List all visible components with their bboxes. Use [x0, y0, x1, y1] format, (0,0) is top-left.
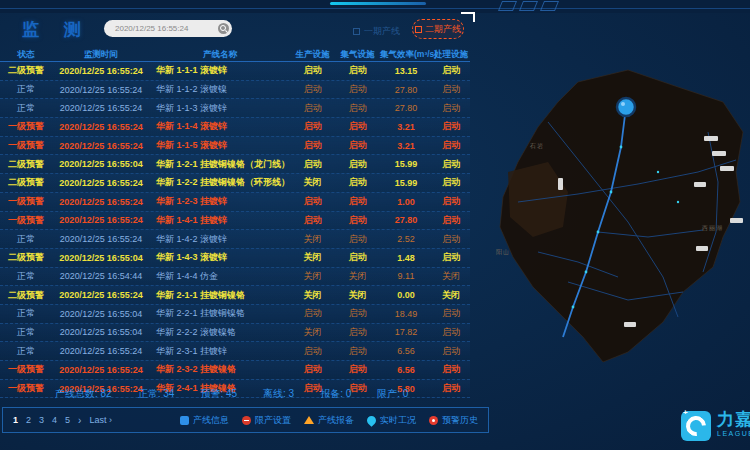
cell-gas: 启动 — [335, 251, 380, 264]
cell-time: 2020/12/25 16:55:24 — [52, 66, 150, 76]
legend-button-report-triangle[interactable]: 产线报备 — [304, 414, 354, 427]
table-row[interactable]: 二级预警2020/12/25 16:55:24华新 1-1-1 滚镀锌启动启动1… — [0, 62, 470, 81]
cell-prod: 关闭 — [290, 176, 335, 189]
cell-gas: 启动 — [335, 158, 380, 171]
cell-treat: 启动 — [432, 195, 470, 208]
table-row[interactable]: 一级预警2020/12/25 16:55:24华新 1-1-5 滚镀锌启动启动3… — [0, 137, 470, 156]
cell-eff: 1.00 — [380, 197, 432, 207]
cell-time: 2020/12/25 16:54:44 — [52, 271, 150, 281]
page-button[interactable]: 4 — [52, 415, 57, 425]
table-row[interactable]: 一级预警2020/12/25 16:55:24华新 1-2-3 挂镀锌启动启动1… — [0, 193, 470, 212]
next-page-button[interactable]: › — [78, 415, 81, 426]
column-header: 集气效率(m³/s) — [380, 49, 432, 61]
legend-buttons: 产线信息限产设置产线报备实时工况预警历史 — [180, 414, 478, 427]
page-button[interactable]: 1 — [13, 415, 18, 425]
cell-gas: 启动 — [335, 233, 380, 246]
checkbox-icon[interactable] — [353, 28, 360, 35]
cell-time: 2020/12/25 16:55:24 — [52, 365, 150, 375]
cell-time: 2020/12/25 16:55:24 — [52, 122, 150, 132]
legend-button-alarm-history[interactable]: 预警历史 — [429, 414, 478, 427]
table-row[interactable]: 正常2020/12/25 16:54:44华新 1-4-4 仿金关闭关闭9.11… — [0, 268, 470, 287]
cell-prod: 启动 — [290, 158, 335, 171]
column-header: 生产设施 — [290, 49, 335, 61]
cell-treat: 启动 — [432, 120, 470, 133]
cell-name: 华新 1-2-2 挂镀铜镍铬（环形线） — [150, 176, 290, 189]
cell-name: 华新 2-3-2 挂镀镍铬 — [150, 363, 290, 376]
phase1-checkbox[interactable]: 一期产线 — [353, 25, 400, 38]
cell-treat: 启动 — [432, 176, 470, 189]
cell-time: 2020/12/25 16:55:24 — [52, 346, 150, 356]
cell-name: 华新 1-1-4 滚镀锌 — [150, 120, 290, 133]
cell-gas: 启动 — [335, 64, 380, 77]
search-box[interactable] — [104, 20, 232, 37]
cell-status: 二级预警 — [0, 158, 52, 171]
cell-status: 正常 — [0, 233, 52, 246]
search-input[interactable] — [113, 23, 218, 34]
phase2-label: 二期产线 — [425, 23, 461, 36]
table-row[interactable]: 正常2020/12/25 16:55:04华新 2-2-1 挂镀铜镍铬启动启动1… — [0, 305, 470, 324]
page-button[interactable]: 5 — [65, 415, 70, 425]
cell-status: 一级预警 — [0, 363, 52, 376]
cell-prod: 启动 — [290, 83, 335, 96]
cell-name: 华新 1-4-4 仿金 — [150, 270, 290, 283]
legend-button-live-status[interactable]: 实时工况 — [367, 414, 416, 427]
logo-en-text: LEAGUE TECH — [717, 430, 750, 437]
search-icon[interactable] — [218, 23, 229, 34]
table-row[interactable]: 二级预警2020/12/25 16:55:24华新 2-1-1 挂镀铜镍铬关闭关… — [0, 286, 470, 305]
table-row[interactable]: 正常2020/12/25 16:55:24华新 1-1-3 滚镀锌启动启动27.… — [0, 99, 470, 118]
legend-button-info-square[interactable]: 产线信息 — [180, 414, 229, 427]
table-row[interactable]: 正常2020/12/25 16:55:24华新 2-3-1 挂镀锌启动启动6.5… — [0, 342, 470, 361]
cell-time: 2020/12/25 16:55:04 — [52, 309, 150, 319]
legend-label: 产线报备 — [318, 414, 354, 427]
cell-name: 华新 1-4-3 滚镀锌 — [150, 251, 290, 264]
cell-treat: 启动 — [432, 233, 470, 246]
stat-item: 产线总数: 82 — [55, 387, 112, 401]
cell-eff: 27.80 — [380, 85, 432, 95]
table-row[interactable]: 二级预警2020/12/25 16:55:24华新 1-2-2 挂镀铜镍铬（环形… — [0, 174, 470, 193]
table-row[interactable]: 一级预警2020/12/25 16:55:24华新 1-4-1 挂镀锌启动启动2… — [0, 212, 470, 231]
table-row[interactable]: 二级预警2020/12/25 16:55:04华新 1-2-1 挂镀铜镍铬（龙门… — [0, 155, 470, 174]
cell-eff: 3.21 — [380, 122, 432, 132]
table-row[interactable]: 正常2020/12/25 16:55:24华新 1-1-2 滚镀镍启动启动27.… — [0, 81, 470, 100]
legend-button-limit-circle[interactable]: 限产设置 — [242, 414, 291, 427]
cell-treat: 启动 — [432, 326, 470, 339]
cell-gas: 启动 — [335, 195, 380, 208]
cell-time: 2020/12/25 16:55:24 — [52, 141, 150, 151]
table-row[interactable]: 二级预警2020/12/25 16:55:04华新 1-4-3 滚镀锌关闭启动1… — [0, 249, 470, 268]
cell-eff: 27.80 — [380, 103, 432, 113]
table-row[interactable]: 一级预警2020/12/25 16:55:24华新 2-3-2 挂镀镍铬启动启动… — [0, 361, 470, 380]
cell-name: 华新 1-1-5 滚镀锌 — [150, 139, 290, 152]
table-row[interactable]: 正常2020/12/25 16:55:04华新 2-2-2 滚镀镍铬关闭启动17… — [0, 324, 470, 343]
logo-cn-text: 力嘉科技 — [717, 411, 750, 428]
cell-treat: 启动 — [432, 214, 470, 227]
cell-name: 华新 1-2-1 挂镀铜镍铬（龙门线） — [150, 158, 290, 171]
cell-eff: 3.21 — [380, 141, 432, 151]
last-page-button[interactable]: Last › — [89, 415, 112, 425]
page-button[interactable]: 2 — [26, 415, 31, 425]
phase1-label: 一期产线 — [364, 25, 400, 38]
page-button[interactable]: 3 — [39, 415, 44, 425]
cell-status: 正常 — [0, 83, 52, 96]
table-row[interactable]: 一级预警2020/12/25 16:55:24华新 1-1-4 滚镀锌启动启动3… — [0, 118, 470, 137]
cell-prod: 关闭 — [290, 233, 335, 246]
cell-status: 一级预警 — [0, 195, 52, 208]
alarm-history-icon — [429, 416, 438, 425]
cell-status: 一级预警 — [0, 139, 52, 152]
cell-gas: 启动 — [335, 345, 380, 358]
phase2-button[interactable]: 二期产线 — [412, 19, 464, 39]
brand-logo: 力嘉科技 LEAGUE TECH — [681, 411, 750, 441]
cell-name: 华新 2-1-1 挂镀铜镍铬 — [150, 289, 290, 302]
cell-status: 正常 — [0, 345, 52, 358]
table-row[interactable]: 正常2020/12/25 16:55:24华新 1-4-2 滚镀锌关闭启动2.5… — [0, 230, 470, 249]
cell-time: 2020/12/25 16:55:24 — [52, 103, 150, 113]
district-map[interactable]: 西丽湖 阳山 石岩 — [478, 52, 750, 408]
cell-status: 正常 — [0, 307, 52, 320]
cell-status: 一级预警 — [0, 214, 52, 227]
cell-eff: 6.56 — [380, 346, 432, 356]
cell-name: 华新 1-2-3 挂镀锌 — [150, 195, 290, 208]
cell-prod: 关闭 — [290, 251, 335, 264]
map-marker[interactable] — [617, 98, 635, 116]
bottom-toolbar: 12345›Last › 产线信息限产设置产线报备实时工况预警历史 — [2, 407, 489, 433]
cell-eff: 18.49 — [380, 309, 432, 319]
cell-treat: 启动 — [432, 345, 470, 358]
